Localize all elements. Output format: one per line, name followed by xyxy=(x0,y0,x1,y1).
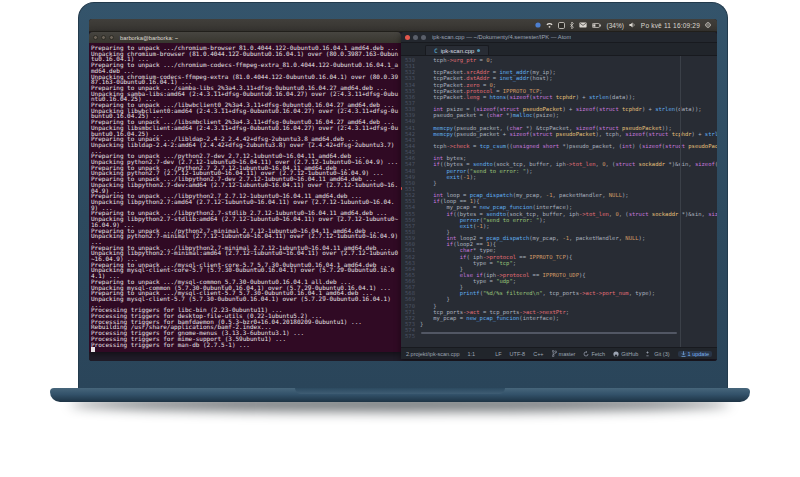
terminal-line: Unpacking libpython2.7-minimal:amd64 (2.… xyxy=(91,250,399,261)
laptop-mockup: (34%) Po kvě 11 16:09:29 barborka@barb xyxy=(0,0,800,477)
maximize-button[interactable] xyxy=(109,35,114,40)
line-number: 575 xyxy=(401,333,415,339)
terminal-output[interactable]: Preparing to unpack .../chromium-browser… xyxy=(89,43,401,352)
git-plus-minus-icon xyxy=(646,351,652,357)
battery-icon[interactable] xyxy=(592,23,601,28)
input-method-icon[interactable] xyxy=(535,22,541,28)
tab-bar: C ipk-scan.cpp xyxy=(401,43,717,56)
terminal-line: Unpacking python2.7-minimal (2.7.12-1ubu… xyxy=(91,233,399,244)
code-line: memcpy(pseudo_packet + sizeof(struct pse… xyxy=(420,131,717,137)
code-line: tcph->check = tcp_csum((unsigned short *… xyxy=(420,143,717,149)
terminal-line: Preparing to unpack .../chromium-codecs-… xyxy=(91,62,399,73)
desktop: barborka@barborka: ~ Preparing to unpack… xyxy=(89,32,717,361)
tab-ipk-scan[interactable]: C ipk-scan.cpp xyxy=(425,45,489,55)
tab-label: ipk-scan.cpp xyxy=(441,48,475,54)
laptop-base xyxy=(50,388,750,402)
minimize-button[interactable] xyxy=(101,35,106,40)
modified-dot-icon[interactable] xyxy=(477,49,480,52)
github-button[interactable]: GitHub xyxy=(613,351,638,357)
branch-icon xyxy=(552,350,557,357)
line-ending-indicator[interactable]: LF xyxy=(495,351,501,357)
clock[interactable]: Po kvě 11 16:09:29 xyxy=(641,22,700,29)
terminal-line: Unpacking libpython2.7-stdlib:amd64 (2.7… xyxy=(91,216,399,227)
close-button[interactable] xyxy=(405,35,410,40)
cpp-file-icon: C xyxy=(434,47,438,54)
keyboard-indicator-icon[interactable] xyxy=(558,22,565,29)
screen: (34%) Po kvě 11 16:09:29 barborka@barb xyxy=(89,19,717,361)
ubuntu-top-panel: (34%) Po kvě 11 16:09:29 xyxy=(89,19,717,32)
github-icon xyxy=(613,351,619,357)
volume-icon[interactable] xyxy=(629,22,636,28)
battery-percentage: (34%) xyxy=(607,22,624,29)
minimize-button[interactable] xyxy=(413,35,418,40)
wrap-guide xyxy=(680,56,681,347)
laptop-lid: (34%) Po kvě 11 16:09:29 barborka@barb xyxy=(78,2,728,388)
download-icon xyxy=(681,351,686,357)
atom-titlebar[interactable]: ipk-scan.cpp — ~/Dokumenty/4.semester/IP… xyxy=(401,32,717,43)
terminal-cursor xyxy=(91,347,95,352)
status-bar: 2.projekt/ipk-scan.cpp 1:1 LF UTF-8 C++ … xyxy=(401,347,717,359)
close-button[interactable] xyxy=(93,35,98,40)
terminal-title: barborka@barborka: ~ xyxy=(120,35,178,41)
bluetooth-icon[interactable] xyxy=(570,22,574,29)
code-pane[interactable]: tcph->urg_ptr = 0; tcpPacket.srcAddr = i… xyxy=(418,56,717,347)
maximize-button[interactable] xyxy=(421,35,426,40)
wifi-icon[interactable] xyxy=(546,22,553,28)
fetch-button[interactable]: Fetch xyxy=(583,351,605,357)
atom-window-title: ipk-scan.cpp — ~/Dokumenty/4.semester/IP… xyxy=(432,34,571,40)
horizontal-scrollbar[interactable] xyxy=(421,332,677,334)
update-badge[interactable]: 1 update xyxy=(678,351,712,357)
status-file-path[interactable]: 2.projekt/ipk-scan.cpp xyxy=(406,351,460,357)
git-changes-button[interactable]: Git (3) xyxy=(646,351,669,357)
terminal-titlebar[interactable]: barborka@barborka: ~ xyxy=(89,32,401,43)
mail-icon[interactable] xyxy=(579,22,587,28)
atom-window: ipk-scan.cpp — ~/Dokumenty/4.semester/IP… xyxy=(401,32,717,359)
encoding-indicator[interactable]: UTF-8 xyxy=(510,351,526,357)
terminal-line: Processing triggers for man-db (2.7.5-1)… xyxy=(91,342,399,348)
git-branch[interactable]: master xyxy=(552,350,576,357)
base-notch xyxy=(295,388,505,394)
cursor-position[interactable]: 1:1 xyxy=(468,351,476,357)
code-editor[interactable]: 5305315325335345355365375385395405415425… xyxy=(401,56,717,347)
language-indicator[interactable]: C++ xyxy=(533,351,543,357)
code-line xyxy=(420,333,717,339)
session-gear-icon[interactable] xyxy=(705,22,711,28)
sync-icon xyxy=(583,351,589,357)
line-number-gutter: 5305315325335345355365375385395405415425… xyxy=(401,56,418,347)
terminal-window: barborka@barborka: ~ Preparing to unpack… xyxy=(89,32,401,352)
